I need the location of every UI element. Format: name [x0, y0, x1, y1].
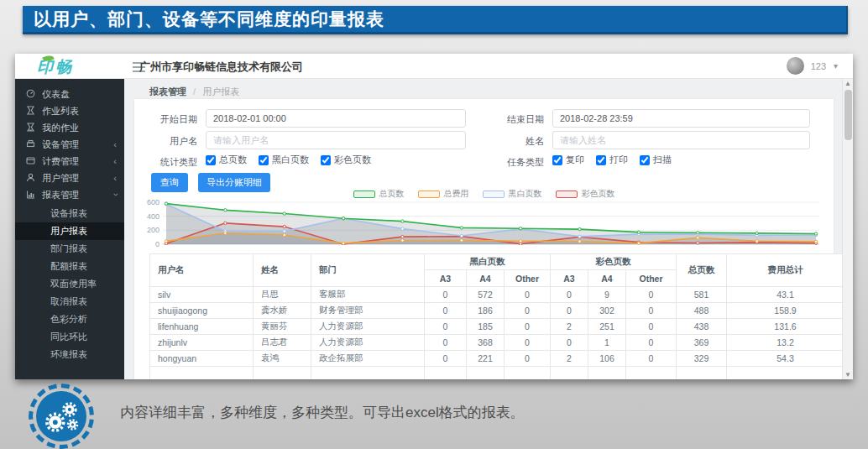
- cell-user: shuijiaogong: [150, 303, 254, 319]
- sidebar-item-report-mgmt[interactable]: 报表管理 ‹: [15, 186, 124, 203]
- cell-name: 吕志君: [254, 335, 311, 351]
- cell-color-a4: 9: [588, 287, 626, 303]
- sidebar-item-my-jobs[interactable]: 我的作业: [15, 119, 124, 136]
- cell-total: 438: [677, 319, 727, 335]
- legend-item[interactable]: 总页数: [353, 188, 405, 200]
- scroll-down-icon[interactable]: ▼: [843, 371, 853, 379]
- start-date-input[interactable]: [206, 109, 466, 128]
- chart-legend: 总页数总费用黑白页数彩色页数: [134, 188, 834, 200]
- cell-user: zhijunlv: [150, 335, 254, 351]
- breadcrumb-section[interactable]: 报表管理: [149, 86, 186, 97]
- legend-item[interactable]: 黑白页数: [483, 188, 542, 200]
- cell-color-a3: 2: [551, 319, 588, 335]
- legend-swatch: [353, 191, 375, 198]
- sidebar: 仪表盘 作业列表 我的作业 设备管理 ‹ 计费管理 ‹ 用: [15, 79, 124, 379]
- table-row: silv吕思客服部0572009058143.1: [150, 287, 844, 303]
- checkbox[interactable]: [552, 155, 562, 165]
- report-submenu: 设备报表用户报表部门报表配额报表双面使用率取消报表色彩分析同比环比环境报表: [15, 205, 124, 363]
- sidebar-item-dashboard[interactable]: 仪表盘: [15, 86, 124, 102]
- sidebar-subitem-8[interactable]: 环境报表: [15, 346, 124, 363]
- sidebar-subitem-3[interactable]: 配额报表: [15, 258, 124, 275]
- cell-bw-a4: 221: [467, 351, 505, 367]
- fullname-input[interactable]: [552, 131, 810, 149]
- legend-label: 总页数: [379, 188, 405, 200]
- cell-color-a4: 251: [588, 319, 626, 335]
- sidebar-item-user-mgmt[interactable]: 用户管理 ‹: [15, 170, 124, 186]
- fullname-label: 姓名: [481, 135, 544, 148]
- end-date-input[interactable]: [552, 109, 810, 128]
- col-bw-a4: A4: [467, 270, 505, 287]
- checkbox-total-pages[interactable]: 总页数: [206, 154, 247, 166]
- table-row: zhijunlv吕志君人力资源部0368001036913.2: [150, 335, 844, 351]
- legend-label: 彩色页数: [582, 188, 615, 200]
- col-total: 总页数: [677, 254, 727, 287]
- user-report-chart: 0200400600: [163, 201, 819, 245]
- breadcrumb: 报表管理 / 用户报表: [149, 86, 239, 98]
- sidebar-item-billing-mgmt[interactable]: 计费管理 ‹: [15, 153, 124, 170]
- col-bw-other: Other: [505, 270, 551, 287]
- checkbox-print[interactable]: 打印: [596, 154, 628, 166]
- checkbox[interactable]: [321, 155, 331, 165]
- scrollbar[interactable]: ▲ ▼: [842, 79, 853, 379]
- cell-color-other: 0: [626, 287, 677, 303]
- my-jobs-icon: [26, 120, 39, 137]
- y-tick-label: 600: [136, 198, 159, 206]
- sidebar-subitem-6[interactable]: 色彩分析: [15, 311, 124, 328]
- cell-bw-other: 0: [505, 303, 551, 319]
- cell-bw-a4: 186: [467, 303, 505, 319]
- scroll-up-icon[interactable]: ▲: [843, 80, 853, 87]
- cell-bw-a4: 185: [467, 319, 505, 335]
- cell-name: 吕思: [254, 287, 311, 303]
- sidebar-subitem-2[interactable]: 部门报表: [15, 240, 124, 258]
- col-bw-a3: A3: [425, 270, 467, 287]
- legend-item[interactable]: 彩色页数: [556, 188, 615, 200]
- chevron-down-icon[interactable]: ▾: [834, 61, 838, 70]
- cell-color-a3: 0: [551, 335, 588, 351]
- y-tick-label: 0: [136, 240, 159, 248]
- cell-bw-other: 0: [505, 319, 551, 335]
- username-input[interactable]: [206, 131, 466, 149]
- sidebar-subitem-1[interactable]: 用户报表: [15, 222, 124, 240]
- avatar[interactable]: [787, 57, 804, 75]
- sidebar-item-device-mgmt[interactable]: 设备管理 ‹: [15, 136, 124, 153]
- sidebar-item-job-list[interactable]: 作业列表: [15, 102, 124, 119]
- task-type-label: 任务类型: [481, 156, 544, 169]
- user-menu-label[interactable]: 123: [811, 61, 826, 71]
- checkbox[interactable]: [259, 155, 269, 165]
- users-icon: [26, 170, 39, 187]
- cell-bw-a4: 368: [467, 335, 505, 351]
- cell-name: 黄丽芬: [254, 319, 311, 335]
- col-fee: 费用总计: [727, 254, 844, 287]
- sidebar-subitem-5[interactable]: 取消报表: [15, 293, 124, 311]
- checkbox-copy[interactable]: 复印: [552, 154, 584, 166]
- sidebar-subitem-0[interactable]: 设备报表: [15, 205, 124, 222]
- col-group-bw: 黑白页数: [425, 254, 551, 270]
- checkbox[interactable]: [596, 155, 606, 165]
- scrollbar-thumb[interactable]: [844, 90, 852, 140]
- report-icon: [26, 187, 39, 204]
- checkbox[interactable]: [640, 155, 650, 165]
- sidebar-subitem-7[interactable]: 同比环比: [15, 328, 124, 346]
- legend-item[interactable]: 总费用: [418, 188, 469, 200]
- cell-color-a3: 2: [551, 351, 588, 367]
- cell-color-other: 0: [626, 335, 677, 351]
- cell-total: 369: [677, 335, 727, 351]
- cell-total: 329: [677, 351, 727, 367]
- sidebar-item-label: 设备管理: [42, 139, 79, 149]
- cell-dept: 财务管理部: [311, 303, 425, 319]
- checkbox-color-pages[interactable]: 彩色页数: [321, 154, 371, 166]
- slide-banner: 以用户、部门、设备等不同维度的印量报表: [23, 6, 848, 34]
- sidebar-subitem-4[interactable]: 双面使用率: [15, 275, 124, 293]
- col-color-a3: A3: [551, 270, 588, 287]
- cell-color-other: 0: [626, 319, 677, 335]
- sidebar-item-label: 作业列表: [42, 106, 79, 116]
- cell-bw-other: 0: [505, 351, 551, 367]
- dashboard-icon: [26, 86, 39, 103]
- cell-bw-other: 0: [505, 335, 551, 351]
- col-color-other: Other: [626, 270, 677, 287]
- device-icon: [26, 137, 39, 154]
- checkbox-bw-pages[interactable]: 黑白页数: [259, 154, 309, 166]
- sidebar-item-label: 用户管理: [42, 173, 79, 183]
- checkbox[interactable]: [206, 155, 216, 165]
- checkbox-scan[interactable]: 扫描: [640, 154, 672, 166]
